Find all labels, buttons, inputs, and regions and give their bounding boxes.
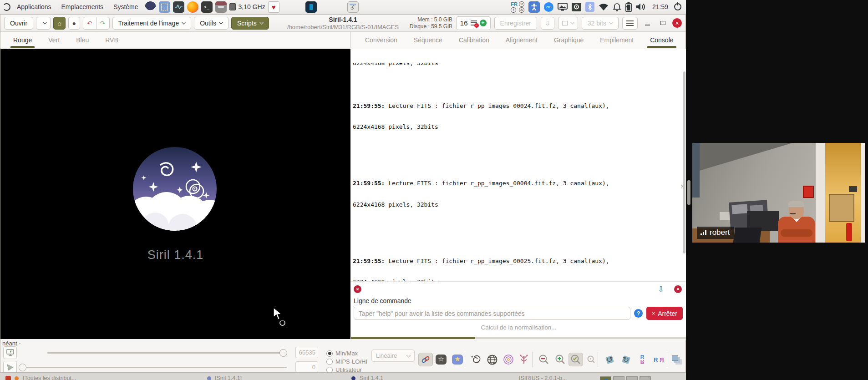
open-button[interactable]: Ouvrir (4, 17, 33, 30)
star-detection-badge-icon[interactable]: ★ (450, 353, 465, 366)
save-button[interactable]: Enregistrer (494, 17, 537, 30)
bit-depth-dropdown[interactable]: 32 bits (582, 17, 619, 30)
taskbar-window-item[interactable]: [Siril 1.4.1] (215, 375, 242, 380)
file-manager-launcher-icon[interactable] (215, 1, 227, 13)
wifi-tray-icon[interactable] (599, 3, 609, 11)
pane-chevron-icon[interactable]: › (681, 182, 683, 189)
display-preview-button[interactable] (3, 346, 17, 359)
flip-horizontal-icon[interactable]: RR (651, 353, 666, 366)
panel-menu[interactable]: Emplacements (58, 2, 107, 11)
workspace-switcher-2[interactable] (613, 376, 624, 380)
panel-menu[interactable]: Applications (13, 2, 55, 11)
channel-tab[interactable]: Bleu (69, 32, 96, 48)
save-as-button[interactable]: ⇩ (541, 17, 554, 30)
display-triangle-button[interactable] (3, 361, 17, 374)
image-stack-icon[interactable] (670, 353, 684, 366)
low-value-box[interactable]: 0 (295, 361, 318, 373)
power-icon[interactable] (674, 3, 681, 10)
zoom-in-icon[interactable] (553, 353, 568, 366)
open-dropdown-button[interactable] (36, 17, 51, 30)
high-slider[interactable] (47, 352, 287, 354)
panel-tab[interactable]: Graphique (547, 32, 591, 48)
terminal-launcher-icon[interactable]: >_ (201, 1, 213, 13)
paint-app-launcher-icon[interactable] (305, 1, 317, 13)
screenshot-launcher-icon[interactable] (159, 1, 170, 13)
workspace-switcher-4[interactable] (640, 376, 651, 380)
bluetooth-tray-icon[interactable] (585, 2, 594, 12)
nvidia-tray-icon[interactable] (572, 3, 581, 11)
keyboard-layout-indicator[interactable]: FR 9 ! A (511, 1, 524, 13)
stop-button[interactable]: × Arrêter (646, 307, 683, 320)
taskbar-icon[interactable] (5, 376, 11, 380)
record-button[interactable]: ● (68, 17, 80, 30)
constellation-icon[interactable] (517, 353, 531, 366)
image-viewport[interactable]: Siril 1.4.1 (0, 49, 350, 339)
zoom-fit-icon[interactable] (569, 353, 583, 366)
hamburger-menu-button[interactable] (622, 17, 638, 30)
concentric-circles-icon[interactable] (501, 353, 516, 366)
channel-tab[interactable]: Vert (41, 32, 67, 48)
pane-resize-handle[interactable] (687, 180, 690, 205)
zoom-actual-size-icon[interactable] (584, 353, 599, 366)
distro-logo-icon[interactable] (3, 3, 10, 11)
panel-tab[interactable]: Console (643, 32, 680, 48)
console-log[interactable]: 6224x4168 pixels, 32bits 21:59:55: Lectu… (351, 49, 686, 282)
low-slider[interactable] (22, 367, 287, 368)
low-slider-handle[interactable] (19, 364, 26, 371)
home-button[interactable]: ⌂ (53, 17, 65, 30)
help-button[interactable]: ? (634, 309, 643, 318)
display-mode-radio[interactable]: MIPS-LO/HI (326, 358, 367, 365)
minimize-button[interactable] (641, 17, 653, 29)
globe-grid-icon[interactable] (485, 353, 499, 366)
panel-tab[interactable]: Séquence (406, 32, 450, 48)
link-channels-button[interactable] (418, 353, 433, 366)
scale-dropdown[interactable]: Linéaire (371, 350, 415, 362)
rotate-right-icon[interactable]: ↻ (619, 353, 633, 366)
high-slider-handle[interactable] (279, 349, 287, 357)
panel-menu[interactable]: Système (110, 2, 142, 11)
panel-clock[interactable]: 21:59 (652, 3, 668, 10)
workspace-switcher-1[interactable] (600, 376, 611, 380)
add-to-list-icon[interactable]: + (480, 20, 487, 26)
console-scrollbar[interactable] (683, 71, 685, 253)
clear-console-button[interactable]: × (354, 285, 361, 293)
image-format-dropdown[interactable] (558, 17, 578, 30)
taskbar-window-item[interactable]: Siril 1.4.1 (360, 375, 383, 380)
high-value-box[interactable]: 65535 (295, 347, 318, 358)
taskbar-window-item[interactable]: [SIRIUS - 2.0.1-b... (519, 375, 567, 380)
redo-button[interactable]: ↷ (96, 17, 110, 30)
galaxy-annotation-icon[interactable] (468, 353, 483, 366)
remove-from-list-icon[interactable] (471, 20, 477, 25)
taskbar-window-item[interactable]: [Toutes les distribut... (23, 375, 76, 380)
panel-tab[interactable]: Calibration (452, 32, 497, 48)
close-log-button[interactable]: × (674, 285, 682, 293)
export-log-icon[interactable]: ⇩ (658, 284, 664, 294)
volume-tray-icon[interactable] (636, 3, 646, 11)
panel-tab[interactable]: Alignement (498, 32, 545, 48)
flip-vertical-icon[interactable]: RR (635, 353, 650, 366)
panel-tab[interactable]: Conversion (358, 32, 405, 48)
zoom-app-tray-icon[interactable]: zm (544, 2, 553, 12)
firefox-launcher-icon[interactable] (187, 1, 198, 13)
channel-tab[interactable]: Rouge (6, 32, 39, 48)
system-monitor-launcher-icon[interactable] (173, 1, 184, 13)
panel-tab[interactable]: Empilement (593, 32, 641, 48)
command-input[interactable] (354, 307, 630, 320)
star-outline-badge-icon[interactable]: ☆ (434, 353, 448, 366)
rotate-left-icon[interactable]: ↺ (602, 353, 617, 366)
maximize-button[interactable] (657, 17, 669, 29)
card-game-launcher-icon[interactable]: ♥ (268, 1, 279, 13)
notification-bell-icon[interactable] (613, 3, 621, 11)
accessibility-icon[interactable] (528, 1, 540, 13)
zoom-out-icon[interactable] (537, 353, 551, 366)
channel-tab[interactable]: RVB (98, 32, 126, 48)
siril-launcher-icon[interactable] (145, 1, 156, 13)
image-processing-menu-button[interactable]: Traitement de l'image (112, 17, 192, 30)
display-tray-icon[interactable] (558, 3, 568, 11)
sequence-counter[interactable]: 16 + (456, 16, 491, 30)
workspace-switcher-3[interactable] (626, 376, 638, 380)
window-tool-icon[interactable] (347, 1, 359, 13)
display-mode-radio[interactable]: Min/Max (326, 350, 358, 357)
undo-button[interactable]: ↶ (83, 17, 96, 30)
close-button[interactable]: × (672, 18, 682, 28)
